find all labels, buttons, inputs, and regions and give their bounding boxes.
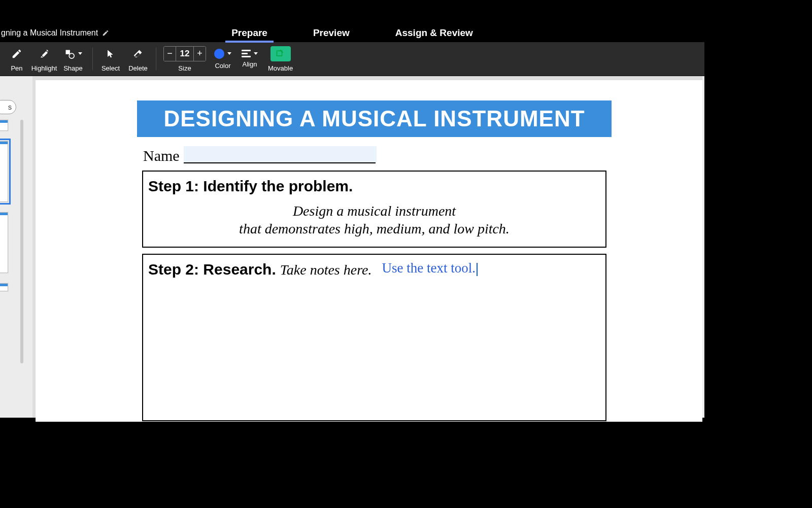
tab-assign-review[interactable]: Assign & Review <box>395 27 473 39</box>
document-title-text: gning a Musical Instrument <box>1 28 98 38</box>
cursor-icon <box>100 46 121 61</box>
highlighter-icon <box>34 46 54 61</box>
movable-button[interactable] <box>270 46 291 61</box>
toolbar: Pen Highlight Shape Select D <box>0 42 704 76</box>
page-thumbnails <box>0 120 16 418</box>
workspace: s DESIGNING A MUSICAL INSTRUMENT Name <box>0 76 704 418</box>
select-tool[interactable]: Select <box>97 44 124 74</box>
movable-control[interactable]: Movable <box>268 46 293 72</box>
document-title[interactable]: gning a Musical Instrument <box>0 28 109 38</box>
eraser-icon <box>128 46 148 61</box>
sidebar-toggle-label: s <box>8 103 12 111</box>
svg-point-0 <box>69 53 74 58</box>
align-label: Align <box>243 60 257 68</box>
step1-prompt-line2: that demonstrates high, medium, and low … <box>239 221 510 236</box>
chevron-down-icon <box>78 52 82 55</box>
title-bar: gning a Musical Instrument Prepare Previ… <box>0 24 704 42</box>
thumbnail-scrollbar[interactable] <box>20 120 23 363</box>
inserted-text: Use the text tool. <box>382 260 475 276</box>
chevron-down-icon <box>227 52 231 55</box>
size-decrement-button[interactable]: − <box>164 47 176 61</box>
worksheet-title: DESIGNING A MUSICAL INSTRUMENT <box>163 106 585 131</box>
name-field[interactable] <box>184 147 377 164</box>
step1-title: Step 1: Identify the problem. <box>148 178 600 195</box>
toolbar-separator <box>156 48 156 70</box>
name-row: Name <box>143 147 612 164</box>
shape-label: Shape <box>63 64 83 72</box>
color-label: Color <box>215 62 230 70</box>
step1-prompt-line1: Design a musical instrument <box>293 203 456 219</box>
worksheet-title-banner: DESIGNING A MUSICAL INSTRUMENT <box>137 100 612 137</box>
tab-preview[interactable]: Preview <box>313 27 350 39</box>
highlight-label: Highlight <box>31 64 57 72</box>
step1-prompt: Design a musical instrument that demonst… <box>148 202 600 238</box>
step1-card: Step 1: Identify the problem. Design a m… <box>142 171 606 248</box>
letterbox-right <box>704 0 812 508</box>
tab-prepare[interactable]: Prepare <box>231 27 267 39</box>
thumbnail-page-1[interactable] <box>0 120 8 131</box>
app-window: gning a Musical Instrument Prepare Previ… <box>0 24 704 418</box>
name-underline <box>184 162 376 163</box>
shape-tool[interactable]: Shape <box>58 44 88 74</box>
toolbar-separator <box>92 48 93 70</box>
document-content: DESIGNING A MUSICAL INSTRUMENT Name Step… <box>137 80 612 427</box>
size-value[interactable]: 12 <box>176 47 193 61</box>
movable-label: Movable <box>268 64 293 72</box>
delete-label: Delete <box>128 64 148 72</box>
name-highlight <box>184 146 377 163</box>
letterbox-top <box>0 0 812 24</box>
tab-preview-label: Preview <box>313 27 350 38</box>
text-cursor <box>477 263 478 276</box>
pencil-icon[interactable] <box>102 29 109 37</box>
pen-tool[interactable]: Pen <box>3 44 30 74</box>
page-canvas[interactable]: DESIGNING A MUSICAL INSTRUMENT Name Step… <box>36 80 702 422</box>
letterbox-bottom <box>0 418 812 508</box>
color-control[interactable]: Color <box>214 49 231 70</box>
align-control[interactable]: Align <box>242 50 258 68</box>
select-label: Select <box>101 64 120 72</box>
tab-prepare-label: Prepare <box>231 27 267 38</box>
align-left-icon <box>242 50 251 57</box>
pen-icon <box>7 46 27 61</box>
step2-subtitle: Take notes here. <box>280 262 372 278</box>
size-control: − 12 + Size <box>163 46 206 72</box>
thumbnail-page-4[interactable] <box>0 283 8 291</box>
sidebar-toggle[interactable]: s <box>0 100 16 114</box>
tab-assign-label: Assign & Review <box>395 27 473 38</box>
inserted-text-box[interactable]: Use the text tool. <box>382 260 477 276</box>
thumbnail-page-2[interactable] <box>0 141 8 202</box>
step2-card: Step 2: Research. Take notes here. Use t… <box>142 254 606 421</box>
pen-label: Pen <box>11 64 22 72</box>
chevron-down-icon <box>254 52 258 55</box>
color-swatch-icon <box>214 49 224 59</box>
delete-tool[interactable]: Delete <box>124 44 152 74</box>
highlight-tool[interactable]: Highlight <box>30 44 58 74</box>
name-label: Name <box>143 147 180 164</box>
size-label: Size <box>178 64 191 72</box>
movable-icon <box>275 49 286 59</box>
shape-icon <box>63 46 83 61</box>
step2-title: Step 2: Research. <box>148 261 276 278</box>
thumbnail-page-3[interactable] <box>0 212 8 273</box>
size-increment-button[interactable]: + <box>193 47 206 61</box>
